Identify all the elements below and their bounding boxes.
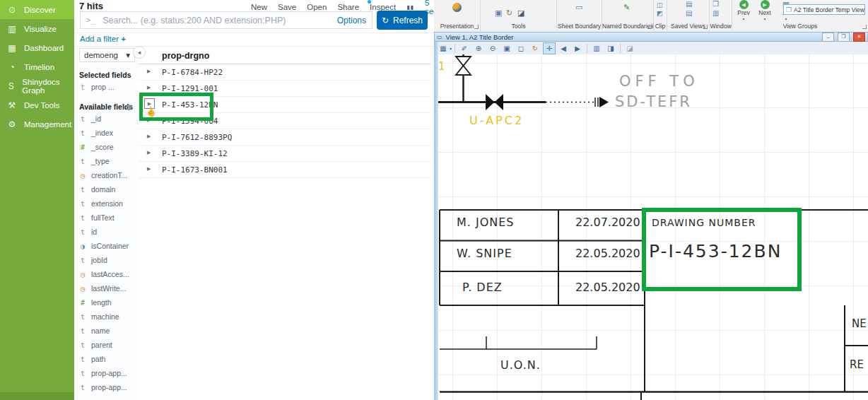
dialog-launcher-icon[interactable] xyxy=(647,25,652,29)
sidebar-item-discover[interactable]: ⊙ Discover xyxy=(0,0,74,19)
close-button[interactable]: ✕ xyxy=(853,33,865,42)
field-item[interactable]: t_index xyxy=(79,126,138,140)
field-name: _score xyxy=(91,143,114,151)
presentation-display-style-icon[interactable] xyxy=(452,3,462,12)
next-view-group-button[interactable]: ▶ Next ▾ xyxy=(755,0,775,21)
column-header-prop-drgno[interactable]: prop-drgno xyxy=(162,51,209,61)
field-item[interactable]: #length xyxy=(79,295,138,310)
clip-icon[interactable]: ◫ xyxy=(657,1,663,8)
drawing-canvas[interactable]: 1 U-APC2 OFF TO SD-TEFR M. JONES 22.07.2… xyxy=(438,54,868,400)
collapse-fields-button[interactable]: ◂ xyxy=(133,46,146,59)
zoom-window-icon[interactable]: ▣ xyxy=(500,42,513,54)
field-settings-gear-icon[interactable]: ⚙ xyxy=(125,103,132,112)
index-pattern-select[interactable]: demoeng ▾ xyxy=(79,48,135,62)
tile-windows-icon[interactable]: ▥ xyxy=(712,9,719,17)
clip-volume-icon[interactable]: ◪ xyxy=(623,42,636,54)
search-input[interactable] xyxy=(101,15,331,26)
pause-icon[interactable]: ▮▮ xyxy=(406,4,414,11)
zoom-in-icon[interactable]: ⊕ xyxy=(472,42,485,54)
nav-save[interactable]: Save xyxy=(278,3,296,11)
view-window-titlebar[interactable]: ▭ View 1, A2 Title Border – ❒ ✕ xyxy=(434,32,868,42)
expand-caret-icon[interactable]: ▶ xyxy=(147,117,151,123)
field-item-prop[interactable]: t prop ... xyxy=(79,80,138,94)
chevron-down-icon: ▾ xyxy=(126,50,130,60)
field-item[interactable]: tfullText xyxy=(79,211,138,225)
expand-caret-icon[interactable]: ▶ xyxy=(147,150,151,155)
field-item[interactable]: ◷lastWrite... xyxy=(79,281,138,295)
table-row[interactable]: ▶ P-I-7612-8893PQ xyxy=(138,129,431,146)
view-group-dropdown[interactable]: ❐ A2 Title Border Temp View ▾ xyxy=(783,4,865,15)
table-row-highlighted[interactable]: ▶ P-I-453-12BN ☝ xyxy=(138,97,431,113)
chevron-down-icon[interactable]: ▾ xyxy=(450,46,452,51)
search-options-link[interactable]: Options xyxy=(337,16,366,25)
table-row[interactable]: ▶ P-I-3389-KI-12 xyxy=(138,146,431,162)
field-item[interactable]: tid xyxy=(79,225,138,239)
field-item[interactable]: ◑isContainer xyxy=(79,239,138,253)
expand-caret-icon[interactable]: ▶ xyxy=(147,69,151,74)
offpage-connector-arrow xyxy=(599,97,609,107)
zoom-out-icon[interactable]: ⊖ xyxy=(486,42,499,54)
update-view-icon[interactable]: ✐ xyxy=(458,42,471,54)
table-row[interactable]: ▶ P-I-1291-001 xyxy=(138,81,431,97)
pan-view-icon[interactable]: ✛ xyxy=(543,42,556,54)
field-item[interactable]: tparent xyxy=(79,338,138,352)
refresh-button[interactable]: ↻ Refresh xyxy=(377,11,428,30)
field-item[interactable]: tdomain xyxy=(79,182,138,196)
maximize-button[interactable]: ❒ xyxy=(838,33,850,42)
prev-view-group-button[interactable]: ◀ Prev ▾ xyxy=(734,0,753,21)
table-row[interactable]: ▶ P-I-1673-BN001 xyxy=(138,162,431,178)
expand-caret-icon[interactable]: ▶ xyxy=(147,85,151,90)
tool-window-icon[interactable]: ▣ xyxy=(495,8,502,18)
sidebar-item-visualize[interactable]: ▥ Visualize xyxy=(0,19,74,38)
plus-icon: + xyxy=(121,35,126,43)
field-item[interactable]: tjobId xyxy=(79,253,138,267)
add-filter-link[interactable]: Add a filter + xyxy=(80,35,126,43)
sheet-boundary-icon[interactable]: ▭ xyxy=(575,3,582,12)
expand-caret-icon[interactable]: ▶ xyxy=(147,134,151,139)
sidebar-item-management[interactable]: ⚙ Management xyxy=(0,114,74,134)
nav-open[interactable]: Open xyxy=(307,3,327,11)
field-item[interactable]: tpath xyxy=(79,352,138,366)
expand-caret-icon[interactable]: ▶ xyxy=(147,166,151,172)
field-item[interactable]: ◷creationT... xyxy=(79,168,138,182)
field-item[interactable]: #_score xyxy=(79,140,138,154)
view-attributes-icon[interactable]: ◨ xyxy=(604,42,617,54)
tool-lasso-icon[interactable]: ↻ xyxy=(506,8,512,18)
rotate-view-icon[interactable]: ↻ xyxy=(529,42,541,54)
named-boundaries-icon[interactable]: ✎ xyxy=(623,3,630,12)
minimize-button[interactable]: – xyxy=(822,33,834,42)
ribbon-group-label: Named Boundaries xyxy=(602,23,653,30)
field-item[interactable]: tmachine xyxy=(79,310,138,324)
nav-new[interactable]: New xyxy=(251,3,267,11)
field-item[interactable]: t_id xyxy=(79,112,138,126)
clip-mask-icon[interactable]: ◩ xyxy=(657,10,663,17)
display-style-icon[interactable]: ▦ xyxy=(437,42,450,54)
saved-view-icon[interactable]: ▤ xyxy=(686,0,692,8)
sidebar-item-shinydocs-graph[interactable]: S Shinydocs Graph xyxy=(0,76,74,95)
string-field-icon: t xyxy=(79,200,86,208)
field-item[interactable]: ◷lastAcces... xyxy=(79,267,138,281)
table-row[interactable]: ▶ P-I-1594-004 xyxy=(138,113,431,129)
field-item[interactable]: tprop-app... xyxy=(79,366,138,380)
dialog-launcher-icon[interactable] xyxy=(703,25,708,29)
apply-saved-view-icon[interactable]: ▤ xyxy=(686,9,692,17)
view-next-icon[interactable]: ▶ xyxy=(571,42,584,54)
field-item[interactable]: textension xyxy=(79,196,138,211)
sidebar-item-dashboard[interactable]: ▦ Dashboard xyxy=(0,38,74,57)
field-item[interactable]: t_type xyxy=(79,154,138,168)
dialog-launcher-icon[interactable] xyxy=(862,25,867,29)
tool-edit-icon[interactable]: ◪ xyxy=(517,8,524,18)
field-name: parent xyxy=(91,341,112,349)
cascade-windows-icon[interactable]: ❐ xyxy=(712,0,719,8)
fit-view-icon[interactable]: ◻ xyxy=(515,42,527,54)
field-item[interactable]: tname xyxy=(79,324,138,338)
field-item[interactable]: tprop-app... xyxy=(79,380,138,394)
view-previous-icon[interactable]: ◀ xyxy=(557,42,570,54)
dialog-launcher-icon[interactable] xyxy=(474,25,479,29)
nav-share[interactable]: Share xyxy=(337,3,359,11)
available-fields-heading: Available fields ⚙ xyxy=(79,102,138,112)
sidebar-item-timelion[interactable]: ◔ Timelion xyxy=(0,57,74,76)
copy-view-icon[interactable]: ▥ xyxy=(590,42,603,54)
table-row[interactable]: ▶ P-I-6784-HP22 xyxy=(138,64,431,81)
sidebar-item-dev-tools[interactable]: ⚒ Dev Tools xyxy=(0,95,74,114)
